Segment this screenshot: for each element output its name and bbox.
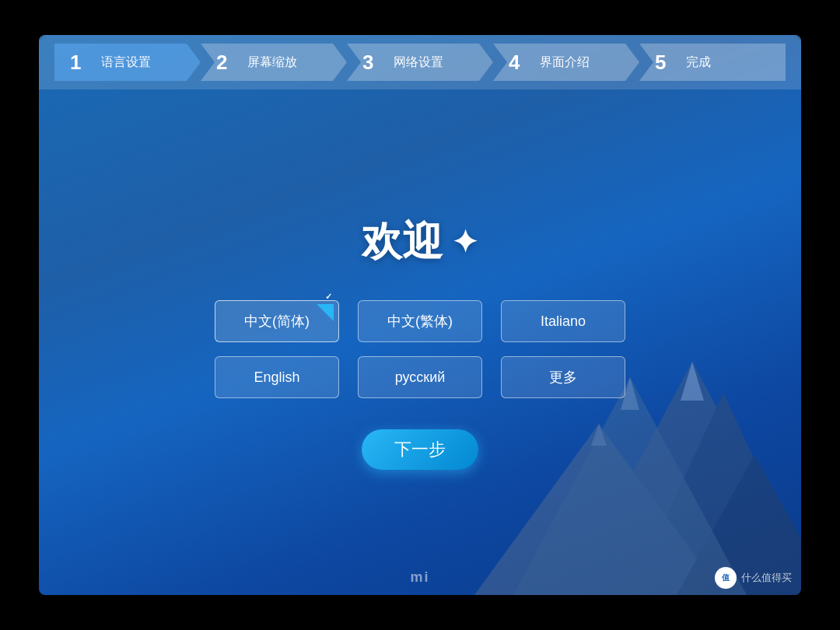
tv-screen: 1 语言设置 2 屏幕缩放 3 网络设置 4 界面介绍: [39, 35, 801, 595]
lang-label-russian: русский: [395, 369, 446, 386]
lang-label-more: 更多: [549, 368, 577, 387]
watermark-text: 什么值得买: [741, 571, 792, 585]
main-content: 欢迎 ✦ 中文(简体) 中文(繁体) Italiano English русс…: [39, 89, 801, 595]
step-5: 5 完成: [639, 35, 786, 89]
step-container: 1 语言设置 2 屏幕缩放 3 网络设置 4 界面介绍: [54, 35, 786, 89]
mi-logo: mi: [410, 569, 429, 586]
welcome-title: 欢迎 ✦: [362, 215, 478, 269]
step-4: 4 界面介绍: [493, 35, 639, 89]
step-3-number: 3: [362, 51, 386, 75]
watermark-logo-icon: 值: [715, 567, 737, 589]
welcome-text: 欢迎: [362, 215, 443, 269]
selected-checkmark: [317, 304, 334, 321]
step-2-label: 屏幕缩放: [247, 54, 297, 71]
lang-label-italiano: Italiano: [541, 313, 586, 330]
step-3: 3 网络设置: [347, 35, 493, 89]
step-5-label: 完成: [686, 54, 711, 71]
step-3-label: 网络设置: [394, 54, 443, 71]
lang-btn-italiano[interactable]: Italiano: [501, 300, 625, 342]
lang-btn-zh-hans[interactable]: 中文(简体): [215, 300, 339, 342]
next-button[interactable]: 下一步: [362, 429, 478, 470]
lang-label-zh-hant: 中文(繁体): [387, 312, 453, 331]
lang-btn-english[interactable]: English: [215, 356, 339, 398]
lang-label-english: English: [254, 369, 299, 386]
lang-btn-russian[interactable]: русский: [358, 356, 482, 398]
next-button-label: 下一步: [394, 439, 446, 459]
step-1-number: 1: [70, 51, 93, 75]
step-2-number: 2: [216, 51, 240, 75]
step-1: 1 语言设置: [54, 35, 201, 89]
step-4-label: 界面介绍: [540, 54, 590, 71]
step-1-label: 语言设置: [101, 54, 151, 71]
lang-btn-more[interactable]: 更多: [501, 356, 625, 398]
step-2: 2 屏幕缩放: [201, 35, 347, 89]
lang-label-zh-hans: 中文(简体): [244, 312, 310, 331]
lang-btn-zh-hant[interactable]: 中文(繁体): [358, 300, 482, 342]
progress-bar: 1 语言设置 2 屏幕缩放 3 网络设置 4 界面介绍: [39, 35, 801, 89]
watermark: 值 什么值得买: [715, 567, 792, 589]
language-grid: 中文(简体) 中文(繁体) Italiano English русский 更…: [215, 300, 625, 398]
step-5-number: 5: [655, 51, 678, 75]
step-4-number: 4: [509, 51, 532, 75]
sparkle-icon: ✦: [452, 224, 478, 260]
